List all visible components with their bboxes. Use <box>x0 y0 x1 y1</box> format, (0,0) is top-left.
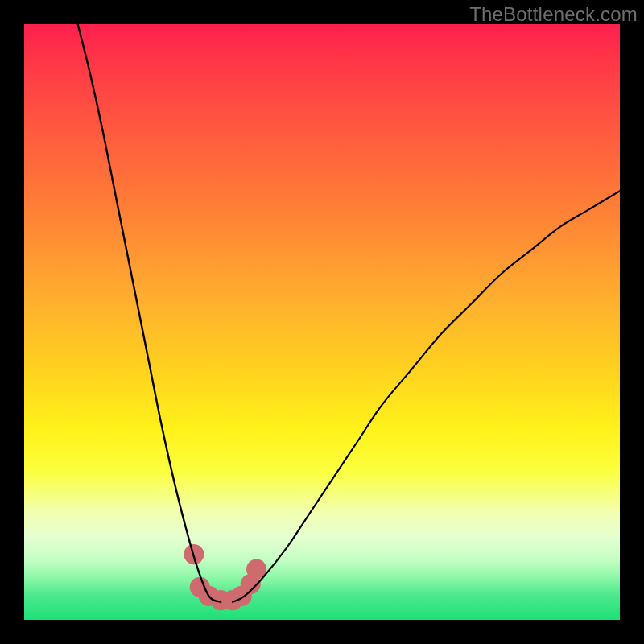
watermark-text: TheBottleneck.com <box>469 3 638 26</box>
chart-frame: TheBottleneck.com <box>0 0 644 644</box>
plot-area <box>24 24 620 620</box>
trough-markers <box>184 544 266 610</box>
left-branch-curve <box>78 24 221 602</box>
right-branch-curve <box>233 191 620 602</box>
curves-svg <box>24 24 620 620</box>
